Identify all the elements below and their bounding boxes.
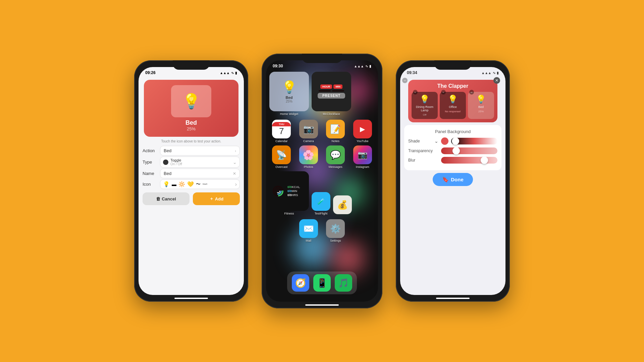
fitness-hrs: 0/0HRS bbox=[287, 193, 306, 197]
whatsapp-dock-icon[interactable]: 📱 bbox=[313, 274, 331, 292]
youtube-app-label: YouTube bbox=[357, 139, 368, 143]
name-input[interactable]: Bed ✕ bbox=[160, 169, 240, 178]
calendar-icon-box: THU 7 bbox=[272, 120, 291, 138]
blur-slider-track[interactable] bbox=[441, 157, 497, 164]
bed-widget-name: Bed bbox=[286, 96, 293, 100]
app-calendar[interactable]: THU 7 Calendar bbox=[269, 120, 294, 143]
bed-widget-icon: 💡 bbox=[282, 80, 297, 94]
signal-icon-3: ▲▲▲ bbox=[481, 71, 491, 75]
messages-icon-box: 💬 bbox=[326, 145, 345, 164]
bed-home-widget[interactable]: 💡 Bed 25% bbox=[269, 72, 309, 111]
calendar-app-label: Calendar bbox=[275, 139, 288, 143]
photos-icon: 🌸 bbox=[303, 149, 314, 161]
add-button[interactable]: ＋ Add bbox=[193, 192, 240, 205]
dining-minus-button[interactable]: − bbox=[413, 90, 418, 95]
office-minus-button[interactable]: − bbox=[441, 90, 446, 95]
icon-opt-filled[interactable]: 💛 bbox=[187, 181, 194, 187]
camera-icon-box: 📷 bbox=[299, 120, 318, 138]
done-label: Done bbox=[451, 177, 464, 182]
app-notes[interactable]: 📝 Notes bbox=[323, 120, 348, 143]
dining-room-light[interactable]: − 💡 Dining Room Lamp Off bbox=[412, 92, 438, 119]
bed-widget-percent: 25% bbox=[286, 100, 292, 103]
app-money[interactable]: 💰 bbox=[333, 195, 352, 215]
office-light[interactable]: − 💡 Office No response! bbox=[440, 92, 466, 119]
time-1: 09:26 bbox=[145, 70, 156, 75]
icon-opt-strip[interactable]: ▬ bbox=[172, 182, 176, 187]
app-messages[interactable]: 💬 Messages bbox=[323, 145, 348, 169]
cancel-button[interactable]: 🗑 Cancel bbox=[143, 192, 190, 205]
fitness-widget[interactable]: 0/0KCAL 0/0MIN 0/0HRS bbox=[269, 171, 309, 211]
app-testflight[interactable]: 🧪 TestFlight bbox=[312, 192, 330, 215]
app-camera[interactable]: 📷 Camera bbox=[297, 120, 321, 143]
status-icons-3: ▲▲▲ ∿ ▮ bbox=[481, 71, 499, 75]
shade-chevron-icon[interactable]: ⌄ bbox=[434, 138, 438, 144]
done-button[interactable]: 🔖 Done bbox=[433, 173, 473, 186]
app-instagram[interactable]: 📷 Instagram bbox=[351, 145, 375, 169]
bed-widget-container[interactable]: 💡 Bed 25% Home Widget bbox=[269, 72, 309, 116]
app-overcast[interactable]: 📡 Overcast bbox=[269, 145, 294, 169]
app-photos[interactable]: 🌸 Photos bbox=[297, 145, 321, 169]
signal-icon-1: ▲▲▲ bbox=[220, 71, 230, 75]
phone-2: 09:30 ▲▲▲ ∿ ▮ 💡 Bed 25% Home Widget bbox=[262, 54, 382, 308]
action-input[interactable]: Bed › bbox=[160, 146, 240, 156]
spotify-icon: 🎵 bbox=[338, 278, 349, 288]
shade-slider-thumb[interactable] bbox=[452, 137, 459, 145]
transparency-slider-thumb[interactable] bbox=[452, 147, 460, 155]
clock-present-label: PRESENT bbox=[318, 93, 345, 99]
shade-color-dot[interactable] bbox=[441, 137, 448, 145]
clock-widget-container[interactable]: HOUR MIN PRESENT McClockface bbox=[312, 72, 351, 116]
fitness-app-label: Fitness bbox=[284, 212, 294, 215]
dining-bulb-icon: 💡 bbox=[420, 95, 430, 104]
icon-opt-outline[interactable]: 🔆 bbox=[178, 181, 185, 187]
notes-app-label: Notes bbox=[331, 139, 339, 143]
shade-slider-track[interactable] bbox=[451, 138, 497, 144]
whatsapp-icon: 📱 bbox=[317, 278, 327, 288]
outer-minus-button[interactable]: − bbox=[402, 78, 408, 83]
widget-row: 💡 Bed 25% Home Widget HOUR MIN bbox=[266, 70, 378, 117]
right-apps-col-2: 💰 bbox=[333, 195, 352, 215]
camera-app-label: Camera bbox=[303, 139, 314, 143]
icon-opt-wave[interactable]: 〰 bbox=[203, 182, 207, 187]
bed-minus-button[interactable]: − bbox=[469, 90, 474, 95]
panel-close-button[interactable]: ✕ bbox=[493, 77, 500, 84]
wifi-icon-1: ∿ bbox=[231, 71, 234, 75]
overcast-app-label: Overcast bbox=[275, 165, 287, 169]
clock-min bbox=[332, 90, 344, 92]
light-bulb-icon: 💡 bbox=[182, 93, 201, 110]
safari-dock-icon[interactable]: 🧭 bbox=[292, 274, 309, 292]
notes-icon: 📝 bbox=[330, 124, 341, 134]
clapper-title: The Clapper bbox=[412, 83, 494, 89]
icon-opt-dim[interactable]: 〜 bbox=[196, 181, 201, 187]
transparency-slider-track[interactable] bbox=[441, 147, 497, 154]
transparency-label: Transparency bbox=[408, 148, 438, 153]
camera-icon: 📷 bbox=[303, 124, 314, 134]
app-youtube[interactable]: ▶ YouTube bbox=[351, 120, 375, 143]
bed-bulb-icon: 💡 bbox=[476, 95, 486, 104]
spotify-dock-icon[interactable]: 🎵 bbox=[335, 274, 352, 292]
icon-opt-bulb[interactable]: 💡 bbox=[163, 181, 170, 187]
clock-widget[interactable]: HOUR MIN PRESENT bbox=[312, 72, 351, 111]
name-clear-icon[interactable]: ✕ bbox=[233, 171, 236, 176]
add-label: Add bbox=[215, 196, 223, 201]
shade-slider-row: Shade ⌄ bbox=[408, 137, 497, 145]
bed-light[interactable]: − 💡 Bed 25% bbox=[468, 92, 494, 119]
status-icons-1: ▲▲▲ ∿ ▮ bbox=[220, 71, 237, 75]
toggle-sub: On / Off bbox=[170, 162, 182, 166]
money-icon-box: 💰 bbox=[333, 195, 352, 214]
shade-label-container: Shade ⌄ bbox=[408, 138, 438, 144]
toggle-circle-icon bbox=[163, 160, 168, 165]
app-mail[interactable]: ✉️ Mail bbox=[297, 219, 321, 242]
name-value: Bed bbox=[164, 171, 171, 176]
plus-icon: ＋ bbox=[209, 196, 214, 202]
light-widget-card[interactable]: 💡 Bed 25% bbox=[144, 80, 238, 137]
fitness-cal: 0/0KCAL bbox=[287, 185, 306, 189]
type-input[interactable]: Toggle On / Off ⌄ bbox=[160, 157, 240, 168]
blur-slider-thumb[interactable] bbox=[481, 157, 488, 164]
app-settings[interactable]: ⚙️ Settings bbox=[323, 219, 348, 242]
icon-selector[interactable]: 💡 ▬ 🔆 💛 〜 〰 › bbox=[160, 179, 240, 189]
home-indicator-3 bbox=[436, 298, 470, 299]
testflight-app-label: TestFlight bbox=[315, 212, 328, 215]
fitness-widget-container[interactable]: 0/0KCAL 0/0MIN 0/0HRS Fitness bbox=[269, 171, 309, 215]
shade-label: Shade bbox=[408, 139, 433, 143]
toggle-value: Toggle bbox=[170, 158, 182, 162]
